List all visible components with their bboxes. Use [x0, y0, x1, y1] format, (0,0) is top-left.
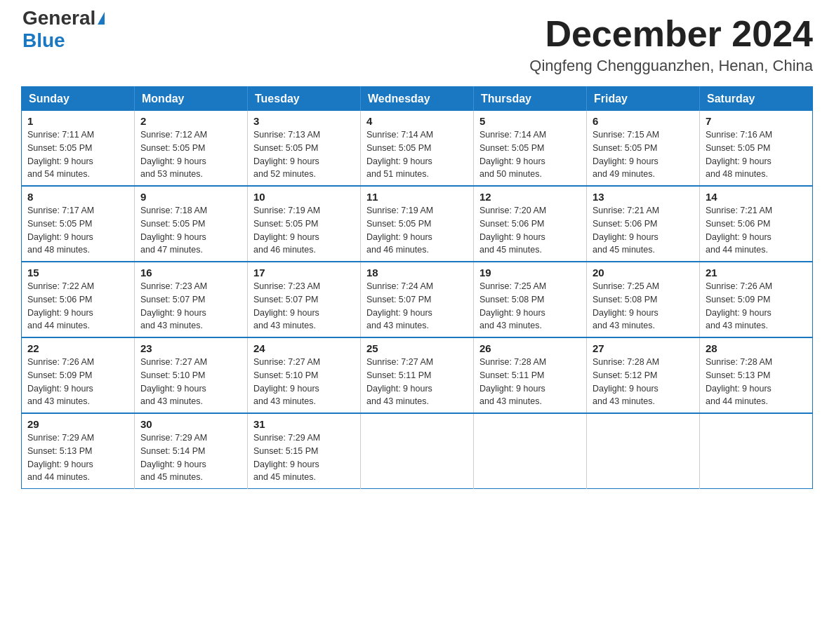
day-number: 26	[479, 342, 581, 354]
day-number: 17	[253, 267, 355, 279]
day-number: 4	[366, 115, 468, 127]
day-number: 5	[479, 115, 581, 127]
calendar-cell: 5 Sunrise: 7:14 AM Sunset: 5:05 PM Dayli…	[474, 111, 587, 186]
logo-area: General General Blue	[21, 14, 105, 52]
calendar-cell: 21 Sunrise: 7:26 AM Sunset: 5:09 PM Dayl…	[700, 262, 813, 337]
calendar-cell: 12 Sunrise: 7:20 AM Sunset: 5:06 PM Dayl…	[474, 186, 587, 262]
weekday-header-row: SundayMondayTuesdayWednesdayThursdayFrid…	[22, 87, 813, 112]
calendar-cell: 11 Sunrise: 7:19 AM Sunset: 5:05 PM Dayl…	[361, 186, 474, 262]
day-number: 28	[706, 342, 807, 354]
calendar-cell: 1 Sunrise: 7:11 AM Sunset: 5:05 PM Dayli…	[22, 111, 135, 186]
day-info: Sunrise: 7:29 AM Sunset: 5:13 PM Dayligh…	[27, 431, 128, 484]
day-number: 8	[27, 191, 128, 203]
calendar-cell: 10 Sunrise: 7:19 AM Sunset: 5:05 PM Dayl…	[248, 186, 361, 262]
page-header: General General Blue December 2024 Qingf…	[21, 14, 813, 75]
day-info: Sunrise: 7:23 AM Sunset: 5:07 PM Dayligh…	[253, 280, 355, 333]
weekday-header-thursday: Thursday	[474, 87, 587, 112]
weekday-header-monday: Monday	[135, 87, 248, 112]
calendar-cell: 4 Sunrise: 7:14 AM Sunset: 5:05 PM Dayli…	[361, 111, 474, 186]
day-number: 9	[140, 191, 241, 203]
day-info: Sunrise: 7:21 AM Sunset: 5:06 PM Dayligh…	[706, 204, 807, 257]
calendar-cell	[587, 413, 700, 489]
day-info: Sunrise: 7:21 AM Sunset: 5:06 PM Dayligh…	[593, 204, 694, 257]
day-number: 12	[479, 191, 581, 203]
day-info: Sunrise: 7:14 AM Sunset: 5:05 PM Dayligh…	[366, 128, 468, 181]
weekday-header-wednesday: Wednesday	[361, 87, 474, 112]
day-info: Sunrise: 7:25 AM Sunset: 5:08 PM Dayligh…	[593, 280, 694, 333]
day-info: Sunrise: 7:23 AM Sunset: 5:07 PM Dayligh…	[140, 280, 241, 333]
day-number: 3	[253, 115, 355, 127]
calendar-cell: 15 Sunrise: 7:22 AM Sunset: 5:06 PM Dayl…	[22, 262, 135, 337]
day-number: 23	[140, 342, 241, 354]
day-number: 21	[706, 267, 807, 279]
day-info: Sunrise: 7:22 AM Sunset: 5:06 PM Dayligh…	[27, 280, 128, 333]
day-info: Sunrise: 7:28 AM Sunset: 5:11 PM Dayligh…	[479, 356, 581, 408]
day-info: Sunrise: 7:28 AM Sunset: 5:12 PM Dayligh…	[593, 356, 694, 408]
day-number: 13	[593, 191, 694, 203]
calendar-week-row: 8 Sunrise: 7:17 AM Sunset: 5:05 PM Dayli…	[22, 186, 813, 262]
calendar-cell: 28 Sunrise: 7:28 AM Sunset: 5:13 PM Dayl…	[700, 337, 813, 413]
calendar-cell: 26 Sunrise: 7:28 AM Sunset: 5:11 PM Dayl…	[474, 337, 587, 413]
day-number: 30	[140, 418, 241, 430]
day-info: Sunrise: 7:29 AM Sunset: 5:15 PM Dayligh…	[253, 431, 355, 484]
day-info: Sunrise: 7:28 AM Sunset: 5:13 PM Dayligh…	[706, 356, 807, 408]
calendar-cell: 20 Sunrise: 7:25 AM Sunset: 5:08 PM Dayl…	[587, 262, 700, 337]
calendar-cell	[474, 413, 587, 489]
title-area: December 2024 Qingfeng Chengguanzhen, He…	[529, 14, 813, 75]
weekday-header-sunday: Sunday	[22, 87, 135, 112]
calendar-cell: 2 Sunrise: 7:12 AM Sunset: 5:05 PM Dayli…	[135, 111, 248, 186]
calendar-cell: 17 Sunrise: 7:23 AM Sunset: 5:07 PM Dayl…	[248, 262, 361, 337]
calendar-cell	[361, 413, 474, 489]
calendar-cell: 30 Sunrise: 7:29 AM Sunset: 5:14 PM Dayl…	[135, 413, 248, 489]
logo-general-text2: General	[22, 7, 95, 29]
day-number: 7	[706, 115, 807, 127]
day-number: 2	[140, 115, 241, 127]
weekday-header-friday: Friday	[587, 87, 700, 112]
day-info: Sunrise: 7:19 AM Sunset: 5:05 PM Dayligh…	[366, 204, 468, 257]
day-number: 19	[479, 267, 581, 279]
day-info: Sunrise: 7:11 AM Sunset: 5:05 PM Dayligh…	[27, 128, 128, 181]
day-number: 29	[27, 418, 128, 430]
calendar-cell: 31 Sunrise: 7:29 AM Sunset: 5:15 PM Dayl…	[248, 413, 361, 489]
calendar-cell: 24 Sunrise: 7:27 AM Sunset: 5:10 PM Dayl…	[248, 337, 361, 413]
location-subtitle: Qingfeng Chengguanzhen, Henan, China	[529, 57, 813, 75]
weekday-header-tuesday: Tuesday	[248, 87, 361, 112]
calendar-cell: 27 Sunrise: 7:28 AM Sunset: 5:12 PM Dayl…	[587, 337, 700, 413]
calendar-week-row: 22 Sunrise: 7:26 AM Sunset: 5:09 PM Dayl…	[22, 337, 813, 413]
day-info: Sunrise: 7:16 AM Sunset: 5:05 PM Dayligh…	[706, 128, 807, 181]
calendar-cell: 8 Sunrise: 7:17 AM Sunset: 5:05 PM Dayli…	[22, 186, 135, 262]
day-info: Sunrise: 7:19 AM Sunset: 5:05 PM Dayligh…	[253, 204, 355, 257]
day-info: Sunrise: 7:15 AM Sunset: 5:05 PM Dayligh…	[593, 128, 694, 181]
weekday-header-saturday: Saturday	[700, 87, 813, 112]
day-info: Sunrise: 7:26 AM Sunset: 5:09 PM Dayligh…	[706, 280, 807, 333]
calendar-week-row: 15 Sunrise: 7:22 AM Sunset: 5:06 PM Dayl…	[22, 262, 813, 337]
day-info: Sunrise: 7:29 AM Sunset: 5:14 PM Dayligh…	[140, 431, 241, 484]
calendar-cell: 3 Sunrise: 7:13 AM Sunset: 5:05 PM Dayli…	[248, 111, 361, 186]
calendar-week-row: 1 Sunrise: 7:11 AM Sunset: 5:05 PM Dayli…	[22, 111, 813, 186]
day-number: 25	[366, 342, 468, 354]
day-number: 16	[140, 267, 241, 279]
day-number: 6	[593, 115, 694, 127]
day-number: 1	[27, 115, 128, 127]
calendar-week-row: 29 Sunrise: 7:29 AM Sunset: 5:13 PM Dayl…	[22, 413, 813, 489]
calendar-cell	[700, 413, 813, 489]
calendar-table: SundayMondayTuesdayWednesdayThursdayFrid…	[21, 86, 813, 489]
calendar-cell: 16 Sunrise: 7:23 AM Sunset: 5:07 PM Dayl…	[135, 262, 248, 337]
day-info: Sunrise: 7:17 AM Sunset: 5:05 PM Dayligh…	[27, 204, 128, 257]
day-number: 22	[27, 342, 128, 354]
day-info: Sunrise: 7:25 AM Sunset: 5:08 PM Dayligh…	[479, 280, 581, 333]
day-number: 18	[366, 267, 468, 279]
day-number: 20	[593, 267, 694, 279]
calendar-cell: 23 Sunrise: 7:27 AM Sunset: 5:10 PM Dayl…	[135, 337, 248, 413]
calendar-cell: 25 Sunrise: 7:27 AM Sunset: 5:11 PM Dayl…	[361, 337, 474, 413]
calendar-cell: 18 Sunrise: 7:24 AM Sunset: 5:07 PM Dayl…	[361, 262, 474, 337]
day-number: 10	[253, 191, 355, 203]
calendar-cell: 7 Sunrise: 7:16 AM Sunset: 5:05 PM Dayli…	[700, 111, 813, 186]
day-number: 24	[253, 342, 355, 354]
day-info: Sunrise: 7:27 AM Sunset: 5:10 PM Dayligh…	[253, 356, 355, 408]
month-title: December 2024	[529, 14, 813, 54]
day-number: 15	[27, 267, 128, 279]
day-number: 27	[593, 342, 694, 354]
calendar-cell: 29 Sunrise: 7:29 AM Sunset: 5:13 PM Dayl…	[22, 413, 135, 489]
day-number: 14	[706, 191, 807, 203]
